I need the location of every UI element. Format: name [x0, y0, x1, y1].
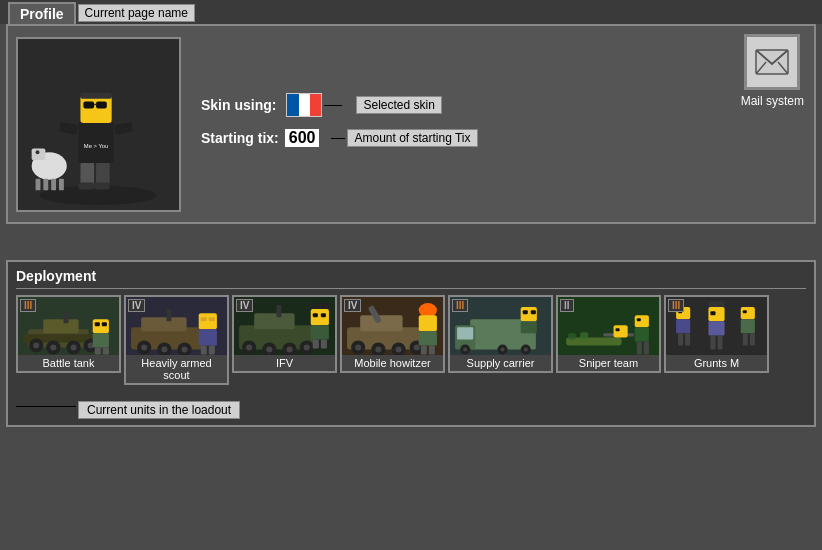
svg-rect-121: [644, 341, 649, 354]
svg-rect-75: [321, 313, 326, 317]
connector-line-skin: [324, 105, 342, 106]
svg-rect-19: [51, 178, 56, 190]
flag-red: [310, 94, 321, 116]
mail-label: Mail system: [741, 94, 804, 108]
tix-row: Starting tix: 600 Amount of starting Tix: [201, 129, 806, 147]
svg-rect-46: [141, 317, 186, 331]
unit-tier-6: III: [668, 299, 684, 312]
svg-rect-81: [360, 315, 402, 331]
svg-rect-125: [676, 319, 690, 333]
unit-name-3: Mobile howitzer: [342, 355, 443, 371]
svg-rect-38: [93, 319, 109, 333]
svg-rect-59: [209, 345, 215, 354]
svg-point-31: [33, 342, 39, 348]
loadout-annotation: Current units in the loadout: [16, 393, 806, 419]
svg-rect-40: [102, 322, 107, 326]
unit-card-1[interactable]: IV Heavily armed scout: [124, 295, 229, 385]
svg-rect-115: [568, 333, 576, 339]
unit-name-0: Battle tank: [18, 355, 119, 371]
svg-rect-4: [80, 95, 111, 122]
svg-point-91: [419, 303, 437, 317]
separator: [0, 230, 822, 260]
profile-info: Skin using: Selected skin Starting tix: …: [181, 93, 806, 155]
unit-name-4: Supply carrier: [450, 355, 551, 371]
svg-point-105: [524, 347, 528, 351]
svg-rect-72: [311, 303, 329, 309]
page-name-label: Current page name: [78, 4, 195, 22]
svg-rect-18: [43, 178, 48, 190]
svg-rect-47: [166, 309, 171, 321]
svg-point-49: [141, 344, 147, 350]
svg-rect-116: [580, 332, 588, 339]
svg-rect-77: [313, 339, 319, 348]
svg-rect-117: [635, 315, 649, 327]
svg-point-69: [287, 346, 293, 352]
french-flag: [286, 93, 322, 117]
svg-rect-5: [83, 101, 94, 108]
svg-rect-136: [741, 319, 755, 333]
svg-rect-127: [685, 333, 690, 345]
svg-rect-41: [93, 333, 109, 347]
svg-point-90: [414, 344, 420, 350]
profile-tab[interactable]: Profile: [8, 2, 76, 24]
unit-name-5: Sniper team: [558, 355, 659, 371]
mail-section: Mail system: [741, 34, 804, 108]
svg-rect-16: [32, 148, 46, 160]
svg-rect-133: [718, 335, 723, 349]
tix-value: 600: [285, 129, 320, 147]
unit-tier-5: II: [560, 299, 574, 312]
svg-rect-108: [531, 310, 536, 314]
svg-point-51: [161, 346, 167, 352]
skin-row: Skin using: Selected skin: [201, 93, 806, 117]
unit-card-6[interactable]: III Grunts M: [664, 295, 769, 373]
svg-rect-109: [521, 321, 537, 333]
svg-rect-12: [94, 182, 110, 189]
svg-rect-8: [80, 92, 111, 98]
svg-point-67: [266, 346, 272, 352]
unit-tier-2: IV: [236, 299, 253, 312]
svg-rect-78: [321, 339, 327, 348]
svg-rect-73: [311, 309, 329, 325]
svg-point-53: [182, 346, 188, 352]
svg-rect-92: [419, 315, 437, 331]
skin-label: Skin using:: [201, 97, 276, 113]
profile-content: Me > You: [6, 24, 816, 224]
bottom-area: [0, 427, 822, 550]
svg-rect-126: [678, 333, 683, 345]
svg-rect-135: [743, 310, 747, 313]
svg-rect-62: [254, 313, 294, 329]
unit-card-4[interactable]: III Supply carrier: [448, 295, 553, 373]
svg-rect-99: [457, 327, 473, 339]
unit-card-2[interactable]: IV IFV: [232, 295, 337, 373]
unit-name-2: IFV: [234, 355, 335, 371]
unit-name-6: Grunts M: [666, 355, 767, 371]
avatar-box: Me > You: [16, 37, 181, 212]
svg-rect-55: [201, 317, 207, 321]
mail-button[interactable]: [744, 34, 800, 90]
unit-card-3[interactable]: IV Mobile howitzer: [340, 295, 445, 373]
unit-tier-3: IV: [344, 299, 361, 312]
unit-card-5[interactable]: II Sniper team: [556, 295, 661, 373]
svg-rect-138: [750, 333, 755, 345]
connector-line-tix: [331, 138, 345, 139]
svg-rect-63: [276, 305, 281, 317]
unit-card-0[interactable]: III Battle tank: [16, 295, 121, 373]
svg-point-35: [71, 344, 77, 350]
svg-point-86: [375, 346, 381, 352]
svg-rect-20: [59, 178, 64, 190]
svg-rect-134: [741, 307, 755, 319]
svg-point-84: [355, 344, 361, 350]
tix-label: Starting tix:: [201, 130, 279, 146]
svg-rect-58: [201, 345, 207, 354]
svg-rect-39: [95, 322, 100, 326]
svg-rect-17: [36, 178, 41, 190]
svg-rect-9: [80, 163, 94, 184]
svg-rect-119: [635, 327, 649, 341]
svg-rect-93: [419, 331, 437, 345]
svg-point-65: [246, 344, 252, 350]
deployment-section: Deployment III Battle tankIV: [6, 260, 816, 427]
svg-point-88: [396, 346, 402, 352]
avatar-image: Me > You: [18, 39, 179, 210]
svg-rect-11: [78, 182, 94, 189]
svg-rect-57: [199, 329, 217, 345]
